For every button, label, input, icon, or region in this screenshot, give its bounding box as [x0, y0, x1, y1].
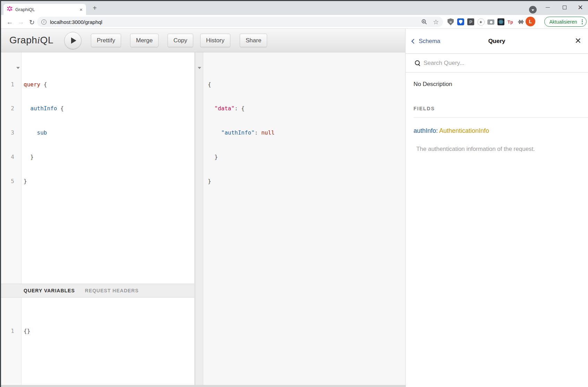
- line-number: 4: [1, 153, 14, 161]
- doc-explorer-header: Schema Query ×: [406, 29, 588, 54]
- field-name-link[interactable]: authInfo: [414, 127, 436, 134]
- graphiql-logo: GraphiQL: [9, 35, 53, 46]
- browser-toolbar: ← → ↻ i localhost:3000/graphql ☆ u P: [1, 15, 588, 29]
- code-line: "data": {: [208, 104, 275, 112]
- profile-avatar[interactable]: L: [526, 17, 535, 26]
- fields-section-label: FIELDS: [414, 106, 580, 111]
- code-line: {}: [24, 327, 194, 335]
- extension-react-devtools-icon[interactable]: [497, 18, 505, 26]
- forward-button[interactable]: →: [16, 18, 25, 27]
- query-editor[interactable]: 1 2 3 4 5 query { authInfo { sub }: [1, 52, 194, 284]
- code-line: query {: [24, 80, 194, 88]
- graphiql-main: 1 2 3 4 5 query { authInfo { sub }: [1, 52, 405, 387]
- editors-column: 1 2 3 4 5 query { authInfo { sub }: [1, 52, 194, 387]
- graphql-favicon-icon: [7, 6, 12, 13]
- graphiql-topbar: GraphiQL Prettify Merge Copy History Sha…: [1, 29, 405, 52]
- query-editor-gutter: 1 2 3 4 5: [1, 52, 22, 284]
- fold-arrow-icon[interactable]: [16, 67, 20, 69]
- copy-button[interactable]: Copy: [168, 34, 193, 47]
- field-row: authInfo: AuthenticationInfo: [414, 127, 580, 135]
- code-line: authInfo {: [24, 104, 194, 112]
- result-fold-gutter: [196, 52, 203, 387]
- code-line: }: [208, 153, 275, 161]
- history-button[interactable]: History: [200, 34, 230, 47]
- line-number: 3: [1, 129, 14, 137]
- prettify-button[interactable]: Prettify: [91, 34, 121, 47]
- doc-close-icon[interactable]: ×: [575, 34, 581, 48]
- tab-title: GraphiQL: [15, 7, 79, 12]
- query-code[interactable]: query { authInfo { sub } }: [22, 52, 194, 284]
- extension-tp-icon[interactable]: Tp: [506, 18, 514, 26]
- window-maximize-button[interactable]: [557, 1, 571, 14]
- field-description: The authentication information of the re…: [414, 146, 580, 153]
- doc-explorer-panel: Schema Query × No Description FIELDS aut…: [405, 29, 588, 387]
- browser-tab-graphiql[interactable]: GraphiQL ×: [3, 4, 86, 15]
- secondary-editor-bar: QUERY VARIABLES REQUEST HEADERS: [1, 284, 194, 298]
- variables-editor-gutter: 1: [1, 298, 22, 387]
- execute-query-button[interactable]: [64, 32, 82, 49]
- tab-query-variables[interactable]: QUERY VARIABLES: [24, 288, 75, 293]
- play-icon: [71, 37, 76, 44]
- tab-search-chevron-icon[interactable]: [529, 6, 537, 14]
- extension-crosshair-icon[interactable]: +: [477, 18, 485, 26]
- page-info-icon[interactable]: i: [41, 19, 46, 25]
- url-text[interactable]: localhost:3000/graphql: [50, 19, 416, 25]
- code-line: }: [208, 177, 275, 185]
- graphiql-left-region: GraphiQL Prettify Merge Copy History Sha…: [1, 29, 405, 387]
- code-line: sub: [24, 129, 194, 137]
- doc-back-link[interactable]: Schema: [412, 38, 440, 45]
- bookmark-star-icon[interactable]: ☆: [433, 18, 439, 26]
- fold-arrow-icon[interactable]: [198, 67, 201, 69]
- line-number: 1: [1, 80, 14, 88]
- window-minimize-button[interactable]: [541, 1, 555, 14]
- bottom-scrollbar-strip[interactable]: [1, 385, 406, 387]
- doc-search-row: [406, 54, 588, 72]
- zoom-indicator-icon[interactable]: [421, 19, 427, 25]
- chevron-left-icon: [411, 38, 416, 43]
- doc-back-label: Schema: [419, 38, 440, 45]
- extension-ublock-icon[interactable]: u: [446, 18, 455, 26]
- line-number: 2: [1, 104, 14, 112]
- back-button[interactable]: ←: [5, 18, 14, 27]
- variables-editor[interactable]: 1 {}: [1, 298, 194, 387]
- doc-body: No Description FIELDS authInfo: Authenti…: [406, 72, 588, 153]
- variables-code[interactable]: {}: [22, 298, 194, 387]
- extension-p-icon[interactable]: P: [467, 18, 475, 26]
- code-line: "authInfo": null: [208, 129, 275, 137]
- fields-divider: [414, 117, 588, 118]
- tab-close-icon[interactable]: ×: [79, 7, 83, 12]
- browser-update-button[interactable]: Aktualisieren: [544, 17, 587, 27]
- graphiql-page: GraphiQL Prettify Merge Copy History Sha…: [1, 29, 588, 387]
- doc-search-input[interactable]: [424, 60, 562, 67]
- result-pane: { "data": { "authInfo": null } }: [196, 52, 405, 387]
- line-number: 5: [1, 177, 14, 185]
- code-line: {: [208, 80, 275, 88]
- menu-kebab-icon[interactable]: [582, 19, 583, 24]
- search-icon: [415, 60, 421, 66]
- share-button[interactable]: Share: [240, 34, 267, 47]
- merge-button[interactable]: Merge: [130, 34, 159, 47]
- type-name-link[interactable]: AuthenticationInfo: [439, 127, 489, 134]
- extensions-puzzle-icon[interactable]: [517, 18, 525, 26]
- tab-request-headers[interactable]: REQUEST HEADERS: [85, 288, 139, 293]
- extension-bitwarden-icon[interactable]: [457, 18, 465, 26]
- browser-window: GraphiQL × + ✕ ← → ↻ i localhost:3000/gr…: [0, 0, 588, 387]
- reload-button[interactable]: ↻: [27, 18, 36, 27]
- type-description: No Description: [414, 81, 580, 88]
- code-line: }: [24, 153, 194, 161]
- window-close-button[interactable]: ✕: [573, 1, 587, 14]
- new-tab-button[interactable]: +: [90, 3, 100, 13]
- address-bar[interactable]: i localhost:3000/graphql ☆: [37, 17, 443, 27]
- line-number: 1: [1, 327, 14, 335]
- browser-titlebar: GraphiQL × + ✕: [1, 1, 588, 15]
- extension-screenshot-camera-icon[interactable]: [487, 18, 495, 26]
- update-button-label: Aktualisieren: [545, 19, 582, 25]
- result-json: { "data": { "authInfo": null } }: [203, 52, 275, 387]
- code-line: }: [24, 177, 194, 185]
